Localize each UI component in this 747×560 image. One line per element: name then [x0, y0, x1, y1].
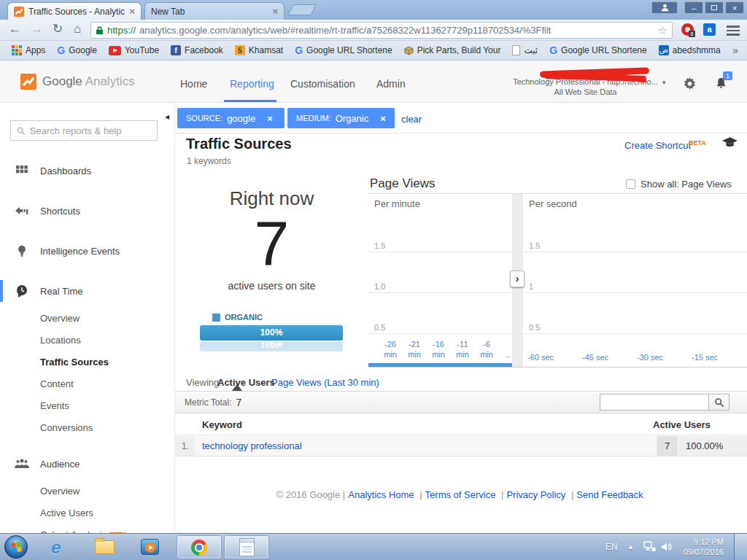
extension-blue-icon[interactable]: a: [703, 23, 716, 36]
table-search-input[interactable]: [600, 394, 709, 411]
sidebar-item-intelligence-events[interactable]: Intelligence Events: [0, 240, 174, 262]
sidebar-item-cutoff[interactable]: Cohort Analysis BETA: [40, 524, 171, 533]
chrome-menu-icon[interactable]: [727, 26, 740, 38]
lightbulb-icon: [15, 245, 29, 257]
clear-filters-link[interactable]: clear: [401, 114, 422, 125]
sidebar-item-audience[interactable]: Audience: [0, 453, 174, 475]
network-icon[interactable]: [643, 541, 656, 556]
ga-favicon: [14, 7, 24, 17]
back-icon[interactable]: ←: [9, 22, 21, 36]
sidebar-item-dashboards[interactable]: Dashboards: [0, 160, 174, 182]
window-minimize-button[interactable]: –: [684, 1, 703, 14]
nav-customisation[interactable]: Customisation: [290, 78, 355, 90]
chart-expand-icon[interactable]: ›: [510, 271, 525, 287]
show-desktop-button[interactable]: [734, 534, 747, 560]
taskbar-notepad-active[interactable]: [224, 535, 269, 559]
sidebar-item-aud-active-users[interactable]: Active Users: [40, 502, 171, 524]
taskbar-chrome-active[interactable]: [177, 535, 222, 559]
tab-close-icon[interactable]: ×: [129, 6, 135, 17]
nav-reporting[interactable]: Reporting: [230, 78, 274, 90]
sidebar-item-rt-content[interactable]: Content: [40, 373, 171, 394]
taskbar-media-player[interactable]: [141, 539, 159, 555]
new-tab-button[interactable]: [288, 4, 317, 15]
filter-chip-medium[interactable]: MEDIUM: Organic ×: [287, 108, 395, 128]
chip-remove-icon[interactable]: ×: [380, 113, 386, 124]
bookmark-youtube[interactable]: YouTube: [103, 45, 165, 55]
forward-icon[interactable]: →: [31, 22, 43, 36]
row-rank: 1.: [175, 436, 196, 456]
sidebar-item-shortcuts[interactable]: Shortcuts: [0, 200, 174, 222]
row-keyword-link[interactable]: technology professional: [196, 436, 656, 456]
account-caret-icon[interactable]: ▾: [662, 79, 666, 86]
x-tick: -60 sec: [527, 353, 565, 362]
y-tick: 0.5: [529, 323, 540, 332]
bookmark-url-shortener-2[interactable]: G Google URL Shortene: [543, 44, 653, 56]
taskbar-clock[interactable]: 9:12 PM 09/07/2016: [678, 537, 724, 557]
sidebar-search[interactable]: [10, 120, 158, 141]
bookmark-label: Pick Parts, Build Your: [417, 45, 501, 55]
viewing-tab-active-users[interactable]: Active Users: [217, 377, 275, 388]
volume-icon[interactable]: [661, 542, 673, 555]
bookmark-abedshmma[interactable]: ص abedshmma: [653, 45, 727, 55]
create-shortcut-link[interactable]: Create Shortcut: [624, 140, 691, 151]
tab-traffic-sources[interactable]: Traffic Sources - Analytics ×: [7, 2, 142, 20]
column-keyword[interactable]: Keyword: [202, 419, 242, 430]
bookmark-pcpartpicker[interactable]: Pick Parts, Build Your: [398, 45, 507, 55]
bookmarks-overflow-icon[interactable]: »: [732, 44, 741, 56]
bookmark-url-shortener-1[interactable]: G Google URL Shortene: [289, 44, 398, 56]
search-input[interactable]: [30, 125, 151, 136]
footer-link-privacy[interactable]: Privacy Policy: [506, 489, 565, 500]
tray-expand-icon[interactable]: ▲: [627, 543, 634, 551]
x-tick-unit: min: [403, 350, 425, 359]
bookmark-star-icon[interactable]: ☆: [658, 24, 667, 37]
settings-gear-icon[interactable]: [683, 77, 697, 93]
filter-chip-source[interactable]: SOURCE: google ×: [177, 108, 285, 128]
footer-link-feedback[interactable]: Send Feedback: [576, 489, 643, 500]
sidebar-item-rt-traffic-sources[interactable]: Traffic Sources: [40, 351, 171, 373]
sidebar-item-rt-events[interactable]: Events: [40, 394, 171, 416]
bookmark-label: Google: [69, 45, 97, 55]
notification-badge: 1: [723, 71, 732, 80]
tab-close-icon[interactable]: ×: [272, 6, 278, 17]
nav-home[interactable]: Home: [180, 78, 207, 90]
footer-link-analytics-home[interactable]: Analytics Home: [348, 489, 414, 500]
browser-toolbar: ← → ↻ ⌂ https:// analytics.google.com/an…: [0, 20, 747, 41]
language-indicator[interactable]: EN: [605, 542, 618, 552]
profile-button[interactable]: [651, 1, 678, 14]
show-all-checkbox[interactable]: [626, 179, 635, 189]
sidebar-collapse-icon[interactable]: ◀: [162, 109, 172, 125]
bookmark-facebook[interactable]: f Facebook: [165, 45, 229, 55]
sidebar-item-rt-overview[interactable]: Overview: [40, 307, 171, 329]
window-close-button[interactable]: ×: [725, 1, 744, 14]
chart-per-second: Per second 1.5 1 0.5 -60 sec -45 sec -30…: [523, 194, 747, 368]
graduation-cap-icon[interactable]: [722, 137, 738, 151]
sidebar-item-aud-overview[interactable]: Overview: [40, 480, 171, 502]
bookmark-khamsat[interactable]: 5 Khamsat: [229, 45, 289, 55]
reload-icon[interactable]: ↻: [53, 22, 63, 36]
x-tick: -16: [427, 340, 449, 349]
chip-remove-icon[interactable]: ×: [267, 113, 273, 124]
taskbar-internet-explorer[interactable]: e: [51, 537, 61, 558]
sort-descending-icon[interactable]: ↓: [707, 419, 712, 429]
footer-link-terms[interactable]: Terms of Service: [425, 489, 496, 500]
folder-icon: [95, 540, 115, 554]
viewing-tab-page-views[interactable]: Page Views (Last 30 min): [271, 377, 379, 388]
start-button[interactable]: [4, 535, 28, 559]
taskbar-explorer[interactable]: [95, 537, 115, 554]
table-search-button[interactable]: [708, 394, 729, 411]
screen: Traffic Sources - Analytics × New Tab × …: [0, 0, 747, 560]
window-maximize-button[interactable]: [705, 1, 724, 14]
bookmark-arabic[interactable]: ثبت: [506, 45, 543, 55]
tab-new-tab[interactable]: New Tab ×: [144, 2, 285, 20]
sidebar-item-label: Real Time: [40, 286, 83, 297]
bookmark-apps[interactable]: Apps: [6, 45, 51, 55]
bookmark-google[interactable]: G Google: [51, 44, 103, 56]
address-bar[interactable]: https:// analytics.google.com/analytics/…: [90, 22, 673, 39]
sidebar-item-rt-conversions[interactable]: Conversions: [40, 416, 171, 438]
home-icon[interactable]: ⌂: [74, 22, 81, 36]
sidebar-item-real-time[interactable]: Real Time: [0, 280, 174, 302]
copyright-text: © 2016 Google: [276, 489, 341, 500]
nav-admin[interactable]: Admin: [376, 78, 406, 90]
sidebar-item-rt-locations[interactable]: Locations: [40, 329, 171, 351]
column-active-users[interactable]: Active Users: [653, 419, 711, 430]
